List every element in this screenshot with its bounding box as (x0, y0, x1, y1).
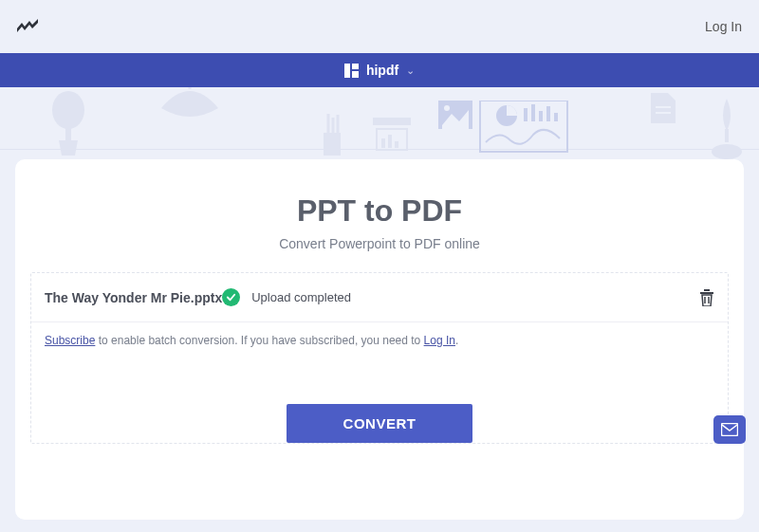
brand-bar[interactable]: hipdf ⌄ (0, 53, 759, 87)
info-text-2: . (455, 334, 458, 347)
login-inline-link[interactable]: Log In (424, 334, 455, 347)
page-title: PPT to PDF (15, 193, 744, 229)
trash-icon[interactable] (699, 289, 714, 306)
svg-rect-4 (65, 127, 71, 140)
convert-button[interactable]: CONVERT (287, 404, 473, 443)
file-name: The Way Yonder Mr Pie.pptx (45, 290, 222, 305)
svg-rect-5 (324, 133, 341, 156)
top-bar: Log In (0, 0, 759, 53)
svg-rect-21 (546, 106, 550, 121)
file-panel: The Way Yonder Mr Pie.pptx Upload comple… (30, 272, 729, 444)
svg-rect-27 (700, 292, 713, 294)
svg-rect-12 (388, 135, 392, 148)
brand-name: hipdf (366, 63, 398, 78)
svg-rect-22 (554, 113, 558, 121)
hipdf-logo-icon (344, 64, 359, 78)
svg-rect-28 (704, 289, 710, 291)
wondershare-logo (17, 19, 38, 34)
upload-status: Upload completed (251, 290, 351, 304)
login-link[interactable]: Log In (705, 19, 742, 34)
chevron-down-icon: ⌄ (406, 64, 415, 77)
file-row: The Way Yonder Mr Pie.pptx Upload comple… (31, 273, 728, 322)
svg-point-15 (444, 105, 450, 111)
svg-rect-23 (656, 106, 671, 108)
svg-rect-18 (524, 108, 528, 121)
svg-rect-1 (352, 64, 359, 69)
svg-point-3 (52, 91, 84, 129)
info-row: Subscribe to enable batch conversion. If… (31, 322, 728, 358)
svg-rect-24 (656, 112, 671, 114)
svg-rect-13 (395, 141, 398, 148)
svg-rect-2 (352, 71, 359, 78)
svg-rect-20 (539, 111, 543, 121)
svg-rect-0 (344, 64, 350, 78)
converter-card: PPT to PDF Convert Powerpoint to PDF onl… (15, 159, 744, 520)
svg-rect-31 (722, 424, 738, 436)
mail-button[interactable] (713, 415, 746, 444)
info-text-1: to enable batch conversion. If you have … (95, 334, 423, 347)
svg-rect-11 (381, 138, 385, 148)
svg-rect-19 (531, 104, 535, 121)
illustration-band (0, 87, 759, 159)
page-subtitle: Convert Powerpoint to PDF online (15, 236, 744, 251)
svg-rect-9 (373, 118, 411, 125)
check-icon (222, 288, 240, 306)
svg-rect-25 (725, 129, 729, 142)
svg-point-26 (712, 144, 742, 159)
subscribe-link[interactable]: Subscribe (45, 334, 95, 347)
status-block: Upload completed (222, 288, 699, 306)
